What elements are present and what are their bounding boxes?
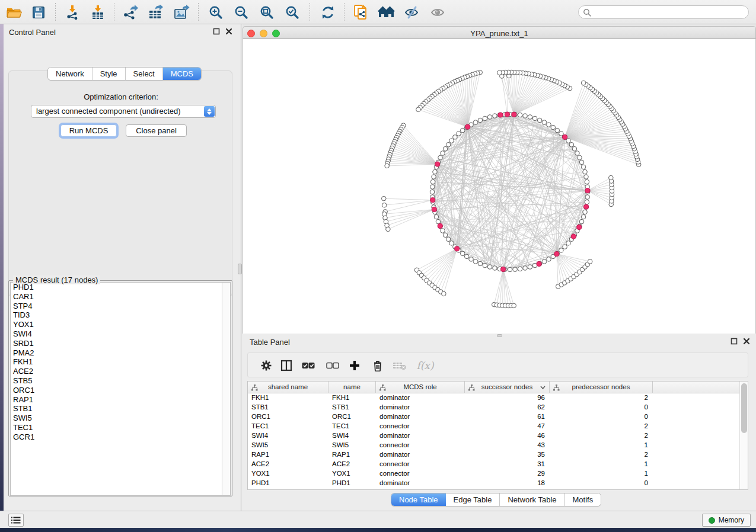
cell-name[interactable]: FKH1 xyxy=(332,394,349,401)
mcds-node[interactable] xyxy=(435,162,440,166)
cell-MCDS-role[interactable]: connector xyxy=(379,422,410,430)
first-neighbors-icon[interactable] xyxy=(378,4,395,21)
network-node[interactable] xyxy=(518,267,522,271)
network-node[interactable] xyxy=(469,257,474,262)
mcds-node[interactable] xyxy=(438,223,442,228)
column-header-predecessor-nodes[interactable]: predecessor nodes xyxy=(550,382,653,393)
cell-successor-nodes[interactable]: 31 xyxy=(537,460,545,467)
network-node[interactable] xyxy=(555,128,560,133)
cell-name[interactable]: ACE2 xyxy=(332,460,350,467)
network-node[interactable] xyxy=(446,237,451,242)
network-node[interactable] xyxy=(581,81,586,85)
table-row[interactable]: TEC1TEC1connector472 xyxy=(248,422,740,431)
network-node[interactable] xyxy=(493,114,497,118)
network-node[interactable] xyxy=(537,118,542,123)
network-node[interactable] xyxy=(386,227,391,232)
cell-name[interactable]: RAP1 xyxy=(332,451,350,458)
export-network-icon[interactable] xyxy=(122,4,139,21)
network-node[interactable] xyxy=(578,155,582,160)
cell-successor-nodes[interactable]: 29 xyxy=(537,470,545,477)
network-node[interactable] xyxy=(460,128,465,133)
network-window-titlebar[interactable]: YPA_prune.txt_1 xyxy=(243,26,756,39)
memory-button[interactable]: Memory xyxy=(702,514,751,527)
mcds-node[interactable] xyxy=(577,225,582,229)
cell-predecessor-nodes[interactable]: 1 xyxy=(645,460,648,467)
network-node[interactable] xyxy=(460,251,465,256)
network-node[interactable] xyxy=(438,155,443,160)
hide-selected-icon[interactable] xyxy=(403,4,421,21)
network-node[interactable] xyxy=(478,118,483,123)
network-node[interactable] xyxy=(483,263,487,268)
save-session-icon[interactable] xyxy=(30,4,47,21)
network-node[interactable] xyxy=(581,214,586,219)
network-node[interactable] xyxy=(487,115,492,120)
network-node[interactable] xyxy=(528,265,532,270)
delete-table-icon[interactable] xyxy=(392,358,407,373)
network-node[interactable] xyxy=(442,291,446,296)
mcds-node[interactable] xyxy=(571,234,576,239)
network-node[interactable] xyxy=(523,114,528,118)
network-node[interactable] xyxy=(579,160,584,165)
mcds-node[interactable] xyxy=(500,267,505,271)
tab-select[interactable]: Select xyxy=(126,68,163,80)
network-node[interactable] xyxy=(523,266,528,271)
network-node[interactable] xyxy=(473,120,478,125)
new-network-from-selection-icon[interactable] xyxy=(352,4,370,21)
network-node[interactable] xyxy=(609,175,614,180)
select-all-columns-icon[interactable] xyxy=(301,358,316,373)
mcds-node[interactable] xyxy=(430,198,435,203)
cell-successor-nodes[interactable]: 61 xyxy=(537,413,545,420)
splitter-grip[interactable] xyxy=(238,264,242,274)
table-options-gear-icon[interactable] xyxy=(259,358,274,373)
network-node[interactable] xyxy=(493,266,497,271)
cell-MCDS-role[interactable]: connector xyxy=(379,470,410,477)
network-node[interactable] xyxy=(518,113,522,117)
zoom-selected-icon[interactable] xyxy=(283,4,301,21)
network-node[interactable] xyxy=(449,139,454,143)
network-node[interactable] xyxy=(434,214,439,219)
network-node[interactable] xyxy=(478,261,483,266)
mcds-result-item[interactable]: SRD1 xyxy=(11,339,223,348)
mcds-result-item[interactable]: FKH1 xyxy=(11,357,223,367)
mcds-node[interactable] xyxy=(583,204,588,209)
import-table-icon[interactable] xyxy=(89,4,107,21)
mcds-result-item[interactable]: STB5 xyxy=(11,376,223,386)
cell-successor-nodes[interactable]: 18 xyxy=(537,479,545,486)
cell-successor-nodes[interactable]: 46 xyxy=(537,432,545,439)
zoom-out-icon[interactable] xyxy=(232,4,250,21)
network-node[interactable] xyxy=(449,241,454,246)
cell-shared-name[interactable]: YOX1 xyxy=(251,470,270,477)
tab-node-table[interactable]: Node Table xyxy=(391,493,446,506)
cell-MCDS-role[interactable]: dominator xyxy=(379,394,410,401)
network-node[interactable] xyxy=(588,259,592,264)
mcds-node[interactable] xyxy=(537,261,541,266)
mcds-result-item[interactable]: ACE2 xyxy=(11,367,223,376)
mcds-node[interactable] xyxy=(585,188,590,193)
network-node[interactable] xyxy=(579,219,584,224)
cell-successor-nodes[interactable]: 96 xyxy=(537,394,545,401)
network-node[interactable] xyxy=(559,132,564,136)
cell-name[interactable]: SWI5 xyxy=(332,441,349,448)
tab-motifs[interactable]: Motifs xyxy=(565,493,601,506)
cell-predecessor-nodes[interactable]: 1 xyxy=(645,470,648,477)
network-node[interactable] xyxy=(473,259,478,264)
mcds-result-item[interactable]: SWI5 xyxy=(11,414,223,423)
tab-edge-table[interactable]: Edge Table xyxy=(446,493,500,506)
column-header-MCDS-role[interactable]: MCDS role xyxy=(376,382,465,393)
cell-MCDS-role[interactable]: dominator xyxy=(379,479,410,486)
float-table-panel-icon[interactable] xyxy=(731,338,738,345)
mcds-node[interactable] xyxy=(554,252,559,257)
network-node[interactable] xyxy=(464,254,469,259)
export-image-icon[interactable] xyxy=(173,4,190,21)
column-header-shared-name[interactable]: shared name xyxy=(248,382,328,393)
network-node[interactable] xyxy=(385,164,390,168)
mcds-list-scrollbar[interactable] xyxy=(222,282,231,496)
network-node[interactable] xyxy=(572,146,577,151)
mcds-result-item[interactable]: ORC1 xyxy=(11,386,223,395)
network-node[interactable] xyxy=(441,151,445,156)
table-row[interactable]: SWI5SWI5connector431 xyxy=(248,441,740,450)
network-node[interactable] xyxy=(512,303,516,308)
network-node[interactable] xyxy=(483,116,487,121)
cell-predecessor-nodes[interactable]: 2 xyxy=(645,394,648,401)
mcds-result-item[interactable]: TEC1 xyxy=(11,423,223,432)
